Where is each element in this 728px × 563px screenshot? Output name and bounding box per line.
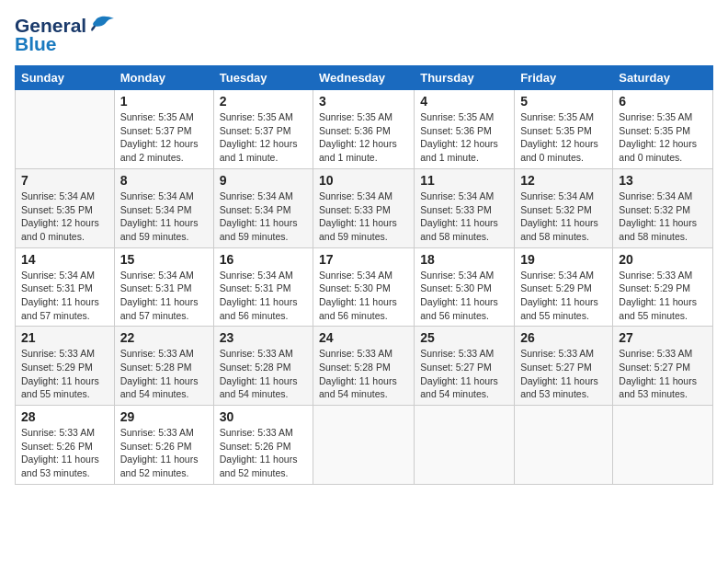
calendar-page: General Blue SundayMondayTuesdayWednesda…	[0, 0, 728, 494]
day-info: Sunrise: 5:33 AM Sunset: 5:26 PM Dayligh…	[21, 426, 108, 480]
col-header-thursday: Thursday	[415, 66, 515, 90]
day-info: Sunrise: 5:33 AM Sunset: 5:29 PM Dayligh…	[21, 347, 108, 401]
header: General Blue	[15, 15, 713, 54]
day-number: 24	[319, 330, 408, 345]
calendar-cell: 15Sunrise: 5:34 AM Sunset: 5:31 PM Dayli…	[114, 247, 213, 327]
day-info: Sunrise: 5:34 AM Sunset: 5:29 PM Dayligh…	[520, 269, 607, 323]
calendar-cell: 12Sunrise: 5:34 AM Sunset: 5:32 PM Dayli…	[515, 168, 613, 247]
calendar-cell: 5Sunrise: 5:35 AM Sunset: 5:35 PM Daylig…	[515, 90, 613, 169]
week-row-2: 7Sunrise: 5:34 AM Sunset: 5:35 PM Daylig…	[16, 168, 713, 247]
calendar-cell: 10Sunrise: 5:34 AM Sunset: 5:33 PM Dayli…	[313, 168, 415, 247]
col-header-sunday: Sunday	[16, 66, 115, 90]
day-info: Sunrise: 5:35 AM Sunset: 5:35 PM Dayligh…	[619, 110, 707, 165]
day-info: Sunrise: 5:33 AM Sunset: 5:28 PM Dayligh…	[120, 347, 208, 401]
calendar-cell: 18Sunrise: 5:34 AM Sunset: 5:30 PM Dayli…	[415, 247, 515, 327]
col-header-monday: Monday	[114, 66, 213, 90]
calendar-cell: 20Sunrise: 5:33 AM Sunset: 5:29 PM Dayli…	[613, 247, 713, 327]
col-header-saturday: Saturday	[613, 66, 713, 90]
day-number: 19	[520, 252, 607, 267]
day-number: 5	[520, 94, 607, 109]
day-number: 12	[520, 173, 607, 188]
day-info: Sunrise: 5:33 AM Sunset: 5:27 PM Dayligh…	[619, 347, 707, 401]
day-info: Sunrise: 5:34 AM Sunset: 5:33 PM Dayligh…	[420, 190, 508, 244]
day-info: Sunrise: 5:34 AM Sunset: 5:30 PM Dayligh…	[319, 269, 408, 323]
calendar-cell: 28Sunrise: 5:33 AM Sunset: 5:26 PM Dayli…	[16, 406, 115, 485]
calendar-cell: 6Sunrise: 5:35 AM Sunset: 5:35 PM Daylig…	[613, 90, 713, 169]
calendar-cell: 1Sunrise: 5:35 AM Sunset: 5:37 PM Daylig…	[114, 90, 213, 169]
day-number: 26	[520, 330, 607, 345]
day-info: Sunrise: 5:33 AM Sunset: 5:28 PM Dayligh…	[220, 347, 307, 401]
col-header-tuesday: Tuesday	[213, 66, 313, 90]
day-info: Sunrise: 5:34 AM Sunset: 5:31 PM Dayligh…	[21, 269, 108, 323]
day-number: 13	[619, 173, 707, 188]
week-row-1: 1Sunrise: 5:35 AM Sunset: 5:37 PM Daylig…	[16, 90, 713, 169]
logo-blue: Blue	[15, 33, 116, 54]
day-info: Sunrise: 5:33 AM Sunset: 5:27 PM Dayligh…	[520, 347, 607, 401]
calendar-cell	[313, 406, 415, 485]
day-info: Sunrise: 5:34 AM Sunset: 5:32 PM Dayligh…	[520, 190, 607, 244]
day-number: 16	[220, 252, 307, 267]
calendar-cell: 7Sunrise: 5:34 AM Sunset: 5:35 PM Daylig…	[16, 168, 115, 247]
calendar-cell: 16Sunrise: 5:34 AM Sunset: 5:31 PM Dayli…	[213, 247, 313, 327]
day-number: 29	[120, 409, 208, 424]
day-info: Sunrise: 5:34 AM Sunset: 5:33 PM Dayligh…	[319, 190, 408, 244]
day-info: Sunrise: 5:34 AM Sunset: 5:34 PM Dayligh…	[120, 190, 208, 244]
calendar-cell: 19Sunrise: 5:34 AM Sunset: 5:29 PM Dayli…	[515, 247, 613, 327]
day-number: 28	[21, 409, 108, 424]
day-number: 9	[220, 173, 307, 188]
day-info: Sunrise: 5:35 AM Sunset: 5:36 PM Dayligh…	[420, 110, 508, 165]
day-number: 14	[21, 252, 108, 267]
calendar-table: SundayMondayTuesdayWednesdayThursdayFrid…	[15, 65, 713, 485]
day-info: Sunrise: 5:34 AM Sunset: 5:35 PM Dayligh…	[21, 190, 108, 244]
day-number: 17	[319, 252, 408, 267]
calendar-cell: 21Sunrise: 5:33 AM Sunset: 5:29 PM Dayli…	[16, 327, 115, 406]
day-number: 30	[220, 409, 307, 424]
week-row-4: 21Sunrise: 5:33 AM Sunset: 5:29 PM Dayli…	[16, 327, 713, 406]
day-number: 3	[319, 94, 408, 109]
week-row-5: 28Sunrise: 5:33 AM Sunset: 5:26 PM Dayli…	[16, 406, 713, 485]
day-number: 15	[120, 252, 208, 267]
calendar-cell	[515, 406, 613, 485]
day-info: Sunrise: 5:33 AM Sunset: 5:27 PM Dayligh…	[420, 347, 508, 401]
calendar-cell: 13Sunrise: 5:34 AM Sunset: 5:32 PM Dayli…	[613, 168, 713, 247]
calendar-cell	[415, 406, 515, 485]
day-number: 6	[619, 94, 707, 109]
day-number: 20	[619, 252, 707, 267]
col-header-friday: Friday	[515, 66, 613, 90]
col-header-wednesday: Wednesday	[313, 66, 415, 90]
day-number: 8	[120, 173, 208, 188]
day-number: 25	[420, 330, 508, 345]
day-number: 2	[220, 94, 307, 109]
calendar-cell: 22Sunrise: 5:33 AM Sunset: 5:28 PM Dayli…	[114, 327, 213, 406]
day-number: 11	[420, 173, 508, 188]
day-info: Sunrise: 5:33 AM Sunset: 5:26 PM Dayligh…	[120, 426, 208, 480]
day-info: Sunrise: 5:34 AM Sunset: 5:30 PM Dayligh…	[420, 269, 508, 323]
day-number: 27	[619, 330, 707, 345]
day-number: 22	[120, 330, 208, 345]
day-info: Sunrise: 5:34 AM Sunset: 5:31 PM Dayligh…	[220, 269, 307, 323]
calendar-header-row: SundayMondayTuesdayWednesdayThursdayFrid…	[16, 66, 713, 90]
day-info: Sunrise: 5:33 AM Sunset: 5:28 PM Dayligh…	[319, 347, 408, 401]
calendar-cell	[16, 90, 115, 169]
day-number: 21	[21, 330, 108, 345]
day-number: 1	[120, 94, 208, 109]
day-info: Sunrise: 5:35 AM Sunset: 5:35 PM Dayligh…	[520, 110, 607, 165]
calendar-cell: 3Sunrise: 5:35 AM Sunset: 5:36 PM Daylig…	[313, 90, 415, 169]
calendar-cell: 14Sunrise: 5:34 AM Sunset: 5:31 PM Dayli…	[16, 247, 115, 327]
logo: General Blue	[15, 15, 116, 54]
calendar-cell: 26Sunrise: 5:33 AM Sunset: 5:27 PM Dayli…	[515, 327, 613, 406]
day-info: Sunrise: 5:33 AM Sunset: 5:26 PM Dayligh…	[220, 426, 307, 480]
day-info: Sunrise: 5:34 AM Sunset: 5:34 PM Dayligh…	[220, 190, 307, 244]
day-info: Sunrise: 5:34 AM Sunset: 5:31 PM Dayligh…	[120, 269, 208, 323]
calendar-cell: 24Sunrise: 5:33 AM Sunset: 5:28 PM Dayli…	[313, 327, 415, 406]
calendar-cell: 30Sunrise: 5:33 AM Sunset: 5:26 PM Dayli…	[213, 406, 313, 485]
day-number: 10	[319, 173, 408, 188]
calendar-cell: 23Sunrise: 5:33 AM Sunset: 5:28 PM Dayli…	[213, 327, 313, 406]
calendar-cell: 11Sunrise: 5:34 AM Sunset: 5:33 PM Dayli…	[415, 168, 515, 247]
calendar-cell: 8Sunrise: 5:34 AM Sunset: 5:34 PM Daylig…	[114, 168, 213, 247]
calendar-cell: 9Sunrise: 5:34 AM Sunset: 5:34 PM Daylig…	[213, 168, 313, 247]
week-row-3: 14Sunrise: 5:34 AM Sunset: 5:31 PM Dayli…	[16, 247, 713, 327]
calendar-cell: 29Sunrise: 5:33 AM Sunset: 5:26 PM Dayli…	[114, 406, 213, 485]
calendar-cell: 27Sunrise: 5:33 AM Sunset: 5:27 PM Dayli…	[613, 327, 713, 406]
day-number: 18	[420, 252, 508, 267]
